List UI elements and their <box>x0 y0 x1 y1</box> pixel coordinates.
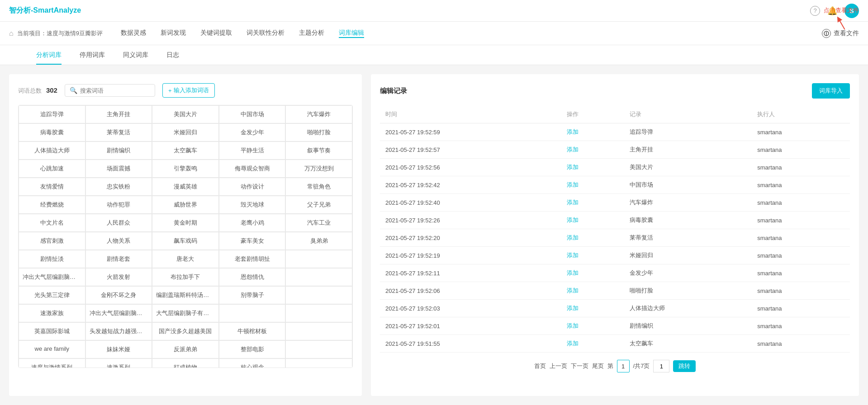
word-cell[interactable]: 布拉加手下 <box>152 268 219 286</box>
word-cell[interactable]: 引擎轰鸣 <box>152 160 219 178</box>
word-cell[interactable]: 动作设计 <box>219 178 286 196</box>
first-page-button[interactable]: 首页 <box>534 362 546 370</box>
word-cell[interactable]: 臭弟弟 <box>285 232 352 250</box>
search-box[interactable]: 🔍 <box>65 84 155 97</box>
word-cell[interactable]: 病毒胶囊 <box>19 123 85 141</box>
view-file-button[interactable]: 查看文件 <box>822 29 859 38</box>
word-cell[interactable]: 飙车戏码 <box>152 232 219 250</box>
record-action[interactable]: 添加 <box>561 247 624 264</box>
word-cell[interactable]: 心跳加速 <box>19 160 85 178</box>
word-cell[interactable]: 打成植物 <box>152 358 219 367</box>
word-cell[interactable]: 国产没多久超越美国 <box>152 322 219 340</box>
record-action[interactable]: 添加 <box>561 229 624 247</box>
word-cell[interactable]: 万万没想到 <box>285 160 352 178</box>
help-icon[interactable]: ? <box>810 6 820 16</box>
word-cell[interactable]: 中文片名 <box>19 214 85 232</box>
word-cell[interactable]: 叙事节奏 <box>285 141 352 160</box>
word-cell[interactable]: 中国市场 <box>219 105 286 123</box>
page-jump-input[interactable] <box>653 360 669 372</box>
word-cell[interactable]: 友情爱情 <box>19 178 85 196</box>
last-page-button[interactable]: 尾页 <box>592 362 604 370</box>
word-cell[interactable]: 啪啪打脸 <box>285 123 352 141</box>
record-action[interactable]: 添加 <box>561 300 624 317</box>
import-button[interactable]: 词库导入 <box>812 83 850 99</box>
word-cell[interactable] <box>219 304 286 322</box>
word-cell[interactable] <box>285 358 352 367</box>
record-action[interactable]: 添加 <box>561 159 624 176</box>
word-cell[interactable]: 场面震撼 <box>85 160 152 178</box>
word-cell[interactable]: 整部电影 <box>219 340 286 358</box>
word-cell[interactable]: 冲出大气层编剧脑子有病全程无聊 <box>19 268 85 286</box>
word-cell[interactable] <box>285 268 352 286</box>
word-grid-inner[interactable]: 追踪导弹主角开挂美国大片中国市场汽车爆炸病毒胶囊莱蒂复活米娅回归金发少年啪啪打脸… <box>19 105 352 367</box>
word-cell[interactable]: 汽车爆炸 <box>285 105 352 123</box>
word-cell[interactable]: 编剧盖瑞斯科特汤普森 <box>152 286 219 304</box>
word-cell[interactable]: 太空飙车 <box>152 141 219 160</box>
word-cell[interactable]: 反派弟弟 <box>152 340 219 358</box>
nav-item-data-sense[interactable]: 数据灵感 <box>121 29 146 38</box>
search-input[interactable] <box>80 87 150 94</box>
word-cell[interactable]: 侮辱观众智商 <box>219 160 286 178</box>
word-cell[interactable] <box>285 340 352 358</box>
word-cell[interactable]: 别带脑子 <box>219 286 286 304</box>
word-cell[interactable]: 火箭发射 <box>85 268 152 286</box>
page-jump-button[interactable]: 跳转 <box>673 360 696 372</box>
word-cell[interactable]: 头发越短战力越强活得越久 <box>85 322 152 340</box>
word-cell[interactable]: 莱蒂复活 <box>85 123 152 141</box>
word-cell[interactable]: 豪车美女 <box>219 232 286 250</box>
word-cell[interactable]: 人物关系 <box>85 232 152 250</box>
word-cell[interactable] <box>285 322 352 340</box>
word-cell[interactable]: 英嘉国际影城 <box>19 322 85 340</box>
record-action[interactable]: 添加 <box>561 335 624 353</box>
nav-item-new-word[interactable]: 新词发现 <box>161 29 186 38</box>
word-cell[interactable]: 速激家族 <box>19 304 85 322</box>
word-cell[interactable]: 唐老大 <box>152 250 219 268</box>
word-cell[interactable]: 人民群众 <box>85 214 152 232</box>
nav-item-vocab-edit[interactable]: 词库编辑 <box>339 29 364 38</box>
record-action[interactable]: 添加 <box>561 194 624 212</box>
word-cell[interactable]: 大气层编剧脑子有病全程无聊 <box>152 304 219 322</box>
tab-stop-words[interactable]: 停用词库 <box>80 47 105 65</box>
word-cell[interactable]: 核心观念 <box>219 358 286 367</box>
word-cell[interactable] <box>285 286 352 304</box>
word-cell[interactable]: 妹妹米娅 <box>85 340 152 358</box>
word-cell[interactable]: 剧情编织 <box>85 141 152 160</box>
word-cell[interactable]: 父子兄弟 <box>285 196 352 214</box>
word-cell[interactable]: 恩怨情仇 <box>219 268 286 286</box>
word-cell[interactable]: 感官刺激 <box>19 232 85 250</box>
word-cell[interactable]: 光头第三定律 <box>19 286 85 304</box>
word-cell[interactable]: 经费燃烧 <box>19 196 85 214</box>
prev-page-button[interactable]: 上一页 <box>550 362 567 370</box>
word-cell[interactable]: 漫威英雄 <box>152 178 219 196</box>
bell-icon[interactable]: 🔔 <box>827 6 837 16</box>
word-cell[interactable]: 黄金时期 <box>152 214 219 232</box>
record-action[interactable]: 添加 <box>561 176 624 194</box>
word-cell[interactable]: 平静生活 <box>219 141 286 160</box>
word-cell[interactable]: 追踪导弹 <box>19 105 85 123</box>
next-page-button[interactable]: 下一页 <box>571 362 588 370</box>
home-icon[interactable]: ⌂ <box>9 29 14 38</box>
nav-item-word-assoc[interactable]: 词关联性分析 <box>247 29 285 38</box>
word-cell[interactable]: 老套剧情胡扯 <box>219 250 286 268</box>
word-cell[interactable]: 剧情扯淡 <box>19 250 85 268</box>
record-action[interactable]: 添加 <box>561 317 624 335</box>
word-cell[interactable]: 忠实铁粉 <box>85 178 152 196</box>
record-action[interactable]: 添加 <box>561 264 624 282</box>
word-cell[interactable]: 威胁世界 <box>152 196 219 214</box>
record-action[interactable]: 添加 <box>561 212 624 229</box>
word-cell[interactable]: 冲出大气层编剧脑子有病 <box>85 304 152 322</box>
word-cell[interactable]: 米娅回归 <box>152 123 219 141</box>
word-cell[interactable]: 速激系列 <box>85 358 152 367</box>
tab-log[interactable]: 日志 <box>166 47 179 65</box>
nav-item-topic[interactable]: 主题分析 <box>299 29 324 38</box>
record-action[interactable]: 添加 <box>561 282 624 300</box>
record-action[interactable]: 添加 <box>561 123 624 141</box>
word-cell[interactable]: 主角开挂 <box>85 105 152 123</box>
tab-analyze-vocab[interactable]: 分析词库 <box>36 47 62 65</box>
word-cell[interactable]: 剧情老套 <box>85 250 152 268</box>
word-cell[interactable]: we are family <box>19 340 85 358</box>
avatar[interactable]: S <box>844 4 859 18</box>
word-cell[interactable]: 动作犯罪 <box>85 196 152 214</box>
word-cell[interactable] <box>285 250 352 268</box>
word-cell[interactable]: 速度与激情系列 <box>19 358 85 367</box>
